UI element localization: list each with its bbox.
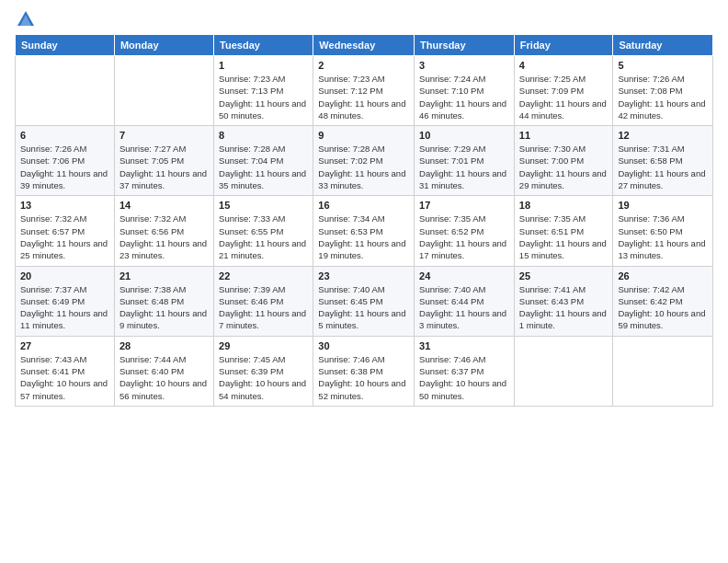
calendar-cell: 21Sunrise: 7:38 AM Sunset: 6:48 PM Dayli… — [114, 266, 213, 336]
calendar-cell: 1Sunrise: 7:23 AM Sunset: 7:13 PM Daylig… — [214, 56, 313, 126]
calendar-cell: 26Sunrise: 7:42 AM Sunset: 6:42 PM Dayli… — [613, 266, 713, 336]
calendar-cell: 12Sunrise: 7:31 AM Sunset: 6:58 PM Dayli… — [613, 126, 713, 196]
day-number: 16 — [318, 200, 409, 211]
day-number: 31 — [419, 340, 509, 351]
day-info: Sunrise: 7:44 AM Sunset: 6:40 PM Dayligh… — [119, 353, 209, 402]
weekday-header-friday: Friday — [514, 35, 613, 56]
calendar-cell: 19Sunrise: 7:36 AM Sunset: 6:50 PM Dayli… — [613, 196, 713, 266]
day-info: Sunrise: 7:25 AM Sunset: 7:09 PM Dayligh… — [519, 73, 609, 121]
calendar-cell: 5Sunrise: 7:26 AM Sunset: 7:08 PM Daylig… — [613, 56, 713, 126]
day-info: Sunrise: 7:28 AM Sunset: 7:04 PM Dayligh… — [219, 143, 308, 191]
calendar-cell: 25Sunrise: 7:41 AM Sunset: 6:43 PM Dayli… — [514, 266, 613, 336]
calendar-cell: 31Sunrise: 7:46 AM Sunset: 6:37 PM Dayli… — [415, 336, 515, 406]
calendar-cell: 2Sunrise: 7:23 AM Sunset: 7:12 PM Daylig… — [313, 56, 415, 126]
calendar-cell: 10Sunrise: 7:29 AM Sunset: 7:01 PM Dayli… — [415, 126, 515, 196]
day-number: 1 — [219, 60, 308, 71]
day-info: Sunrise: 7:33 AM Sunset: 6:55 PM Dayligh… — [219, 213, 308, 261]
day-info: Sunrise: 7:27 AM Sunset: 7:05 PM Dayligh… — [119, 143, 209, 191]
calendar-cell: 28Sunrise: 7:44 AM Sunset: 6:40 PM Dayli… — [114, 336, 213, 406]
calendar-cell: 9Sunrise: 7:28 AM Sunset: 7:02 PM Daylig… — [313, 126, 415, 196]
week-row-5: 27Sunrise: 7:43 AM Sunset: 6:41 PM Dayli… — [16, 336, 713, 406]
page: SundayMondayTuesdayWednesdayThursdayFrid… — [0, 0, 728, 563]
day-number: 11 — [519, 130, 609, 141]
week-row-1: 1Sunrise: 7:23 AM Sunset: 7:13 PM Daylig… — [16, 56, 713, 126]
calendar-cell: 16Sunrise: 7:34 AM Sunset: 6:53 PM Dayli… — [313, 196, 415, 266]
day-info: Sunrise: 7:39 AM Sunset: 6:46 PM Dayligh… — [219, 283, 308, 332]
day-info: Sunrise: 7:34 AM Sunset: 6:53 PM Dayligh… — [318, 213, 409, 261]
day-number: 12 — [618, 130, 708, 141]
day-info: Sunrise: 7:38 AM Sunset: 6:48 PM Dayligh… — [119, 283, 209, 332]
calendar-cell: 23Sunrise: 7:40 AM Sunset: 6:45 PM Dayli… — [313, 266, 415, 336]
day-number: 14 — [119, 200, 209, 211]
day-info: Sunrise: 7:32 AM Sunset: 6:57 PM Dayligh… — [20, 213, 109, 261]
calendar-cell — [114, 56, 213, 126]
day-number: 24 — [419, 270, 509, 282]
day-info: Sunrise: 7:29 AM Sunset: 7:01 PM Dayligh… — [419, 143, 509, 191]
weekday-header-tuesday: Tuesday — [214, 35, 313, 56]
day-number: 28 — [119, 340, 209, 351]
calendar-cell: 18Sunrise: 7:35 AM Sunset: 6:51 PM Dayli… — [514, 196, 613, 266]
calendar-cell — [514, 336, 613, 406]
day-info: Sunrise: 7:35 AM Sunset: 6:52 PM Dayligh… — [419, 213, 509, 261]
day-info: Sunrise: 7:28 AM Sunset: 7:02 PM Dayligh… — [318, 143, 409, 191]
day-number: 27 — [20, 340, 109, 351]
day-number: 18 — [519, 200, 609, 211]
day-info: Sunrise: 7:31 AM Sunset: 6:58 PM Dayligh… — [618, 143, 708, 191]
day-number: 19 — [618, 200, 708, 211]
day-number: 2 — [318, 60, 409, 71]
day-number: 23 — [318, 270, 409, 282]
day-info: Sunrise: 7:41 AM Sunset: 6:43 PM Dayligh… — [519, 283, 609, 332]
day-info: Sunrise: 7:42 AM Sunset: 6:42 PM Dayligh… — [618, 283, 708, 332]
day-info: Sunrise: 7:46 AM Sunset: 6:37 PM Dayligh… — [419, 353, 509, 402]
day-number: 5 — [618, 60, 708, 71]
weekday-header-row: SundayMondayTuesdayWednesdayThursdayFrid… — [16, 35, 713, 56]
day-number: 22 — [219, 270, 308, 282]
calendar-table: SundayMondayTuesdayWednesdayThursdayFrid… — [15, 34, 713, 407]
calendar-cell: 6Sunrise: 7:26 AM Sunset: 7:06 PM Daylig… — [16, 126, 115, 196]
day-number: 15 — [219, 200, 308, 211]
day-number: 21 — [119, 270, 209, 282]
day-info: Sunrise: 7:40 AM Sunset: 6:45 PM Dayligh… — [318, 283, 409, 332]
day-number: 13 — [20, 200, 109, 211]
calendar-cell — [16, 56, 115, 126]
day-info: Sunrise: 7:32 AM Sunset: 6:56 PM Dayligh… — [119, 213, 209, 261]
calendar-cell — [613, 336, 713, 406]
day-info: Sunrise: 7:43 AM Sunset: 6:41 PM Dayligh… — [20, 353, 109, 402]
weekday-header-wednesday: Wednesday — [313, 35, 415, 56]
week-row-2: 6Sunrise: 7:26 AM Sunset: 7:06 PM Daylig… — [16, 126, 713, 196]
day-number: 17 — [419, 200, 509, 211]
day-info: Sunrise: 7:30 AM Sunset: 7:00 PM Dayligh… — [519, 143, 609, 191]
day-info: Sunrise: 7:35 AM Sunset: 6:51 PM Dayligh… — [519, 213, 609, 261]
day-number: 7 — [119, 130, 209, 141]
calendar-cell: 27Sunrise: 7:43 AM Sunset: 6:41 PM Dayli… — [16, 336, 115, 406]
day-info: Sunrise: 7:23 AM Sunset: 7:12 PM Dayligh… — [318, 73, 409, 121]
day-info: Sunrise: 7:26 AM Sunset: 7:06 PM Dayligh… — [20, 143, 109, 191]
logo-icon — [16, 9, 36, 29]
calendar-cell: 3Sunrise: 7:24 AM Sunset: 7:10 PM Daylig… — [415, 56, 515, 126]
day-number: 6 — [20, 130, 109, 141]
day-number: 3 — [419, 60, 509, 71]
day-number: 4 — [519, 60, 609, 71]
day-number: 25 — [519, 270, 609, 282]
day-info: Sunrise: 7:36 AM Sunset: 6:50 PM Dayligh… — [618, 213, 708, 261]
day-info: Sunrise: 7:23 AM Sunset: 7:13 PM Dayligh… — [219, 73, 308, 121]
day-number: 29 — [219, 340, 308, 351]
calendar-cell: 17Sunrise: 7:35 AM Sunset: 6:52 PM Dayli… — [415, 196, 515, 266]
weekday-header-sunday: Sunday — [16, 35, 115, 56]
calendar-cell: 22Sunrise: 7:39 AM Sunset: 6:46 PM Dayli… — [214, 266, 313, 336]
day-number: 8 — [219, 130, 308, 141]
calendar-cell: 24Sunrise: 7:40 AM Sunset: 6:44 PM Dayli… — [415, 266, 515, 336]
weekday-header-thursday: Thursday — [415, 35, 515, 56]
day-number: 9 — [318, 130, 409, 141]
day-number: 20 — [20, 270, 109, 282]
weekday-header-monday: Monday — [114, 35, 213, 56]
day-info: Sunrise: 7:37 AM Sunset: 6:49 PM Dayligh… — [20, 283, 109, 332]
day-info: Sunrise: 7:40 AM Sunset: 6:44 PM Dayligh… — [419, 283, 509, 332]
day-number: 10 — [419, 130, 509, 141]
day-info: Sunrise: 7:46 AM Sunset: 6:38 PM Dayligh… — [318, 353, 409, 402]
calendar-cell: 13Sunrise: 7:32 AM Sunset: 6:57 PM Dayli… — [16, 196, 115, 266]
logo — [15, 11, 36, 27]
calendar-cell: 11Sunrise: 7:30 AM Sunset: 7:00 PM Dayli… — [514, 126, 613, 196]
week-row-3: 13Sunrise: 7:32 AM Sunset: 6:57 PM Dayli… — [16, 196, 713, 266]
calendar-cell: 8Sunrise: 7:28 AM Sunset: 7:04 PM Daylig… — [214, 126, 313, 196]
